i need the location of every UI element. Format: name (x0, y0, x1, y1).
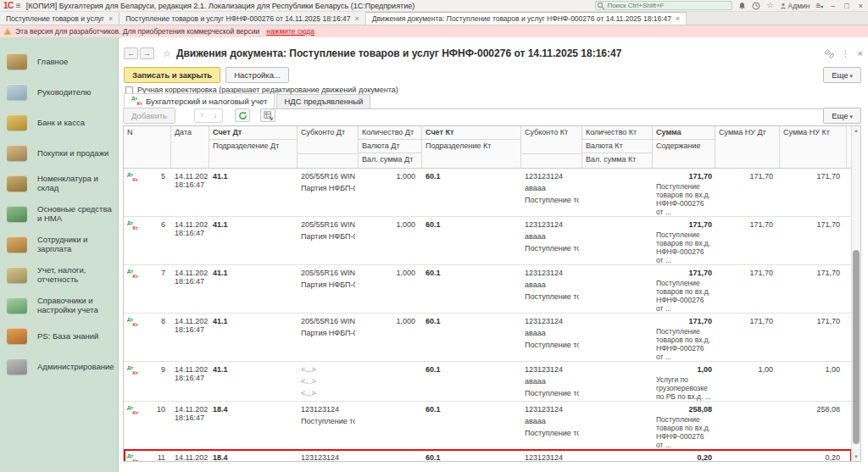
row-number: 8 (161, 317, 165, 361)
restore-button[interactable] (843, 2, 850, 10)
tab-close-icon[interactable]: × (108, 14, 113, 23)
subkonto-line: 123123124 (525, 172, 579, 180)
row-number: 6 (161, 220, 165, 264)
user-name: Админ (788, 2, 810, 10)
hamburger-icon[interactable]: ≡ (16, 1, 21, 10)
subkonto-line: Поступление това... (301, 417, 355, 425)
close-form-button[interactable] (858, 48, 863, 58)
close-window-button[interactable] (857, 2, 865, 10)
subkonto-line: Поступление тов... (525, 292, 579, 301)
window-tab-1[interactable]: Поступление товаров и услуг× (0, 12, 120, 25)
debit-account-cell: 18.4 (209, 450, 298, 461)
header-cell: N (124, 126, 170, 168)
window-tab-3[interactable]: Движения документа: Поступление товаров … (366, 12, 687, 25)
favorite-star-icon[interactable]: ☆ (163, 48, 171, 59)
notifications-bell-icon[interactable] (738, 2, 746, 10)
debit-account-cell: 41.1 (209, 169, 298, 216)
vertical-scrollbar[interactable]: ▲ ▼ (851, 126, 860, 461)
column-header-account-dt[interactable]: Счет ДтПодразделение Дт (209, 126, 298, 168)
amount-nu-dt-cell: 171,70 (715, 265, 780, 313)
window-tab-2[interactable]: Поступление товаров и услуг НФНФ-000276 … (120, 12, 366, 25)
more-menu-icon[interactable] (842, 49, 850, 58)
form-more-button[interactable]: Еще (823, 67, 861, 83)
credit-subkonto-cell: 123123124аваааПоступление тов... (521, 450, 582, 461)
search-icon (597, 2, 605, 10)
sidebar-item-assets[interactable]: Основные средства и НМА (0, 198, 118, 229)
favorites-star-icon[interactable]: ☆ (766, 2, 773, 9)
search-input[interactable] (595, 1, 732, 10)
history-clock-icon[interactable] (752, 2, 760, 10)
subkonto-line: авааа (525, 232, 579, 241)
column-header-qty-kt[interactable]: Количество КтВалюта КтВал. сумма Кт (582, 126, 653, 168)
header-cell: Подразделение Дт (209, 140, 297, 168)
content-text: Услуги по грузоперевозке по РБ по вх.д. … (656, 375, 712, 401)
refresh-button[interactable] (235, 108, 250, 122)
debit-subkonto-cell: <...><...><...> (298, 362, 359, 401)
move-up-button[interactable]: ↑ (195, 109, 209, 122)
scrollbar-thumb[interactable] (853, 250, 860, 444)
header-cell: Подразделение Кт (422, 140, 520, 168)
main-menu-icon[interactable] (815, 1, 823, 10)
add-button[interactable]: Добавить (123, 108, 175, 124)
header-cell: Субконто Кт (521, 126, 581, 154)
column-header-subkonto-kt[interactable]: Субконто Кт (521, 126, 582, 168)
table-row-6[interactable]: ДтКт614.11.20218:16:4741.1205/55R16 WING… (124, 217, 851, 265)
get-link-icon[interactable] (825, 49, 834, 58)
row-number-cell: ДтКт5 (124, 169, 171, 216)
sidebar-item-admin[interactable]: Администрирование (0, 351, 118, 381)
column-header-qty-dt[interactable]: Количество ДтВалюта ДтВал. сумма Дт (359, 126, 422, 168)
user-menu[interactable]: Админ (780, 2, 810, 10)
scroll-down-icon[interactable]: ▼ (852, 453, 860, 461)
debit-qty-cell: 1,000 (359, 265, 422, 313)
save-close-button[interactable]: Записать и закрыть (124, 67, 220, 83)
tab-close-icon[interactable]: × (355, 14, 359, 23)
sidebar-truck-icon (7, 145, 27, 161)
tab-close-icon[interactable]: × (676, 14, 680, 23)
sidebar-item-label: PS: База знаний (37, 331, 98, 341)
sidebar-item-manager[interactable]: Руководителю (0, 76, 118, 107)
subkonto-line: авааа (525, 280, 579, 289)
sidebar-item-references[interactable]: Справочники и настройки учета (0, 290, 118, 320)
sidebar-item-kb[interactable]: PS: База знаний (0, 320, 118, 351)
sidebar-item-nomenclature[interactable]: Номенклатура и склад (0, 168, 118, 198)
debit-qty-cell: 1,000 (359, 314, 422, 361)
table-row-11[interactable]: ДтКт1114.11.20218:16:4718.4123123124Пост… (124, 450, 851, 461)
sidebar-item-label: Учет, налоги, отчетность (37, 265, 114, 284)
credit-account-cell: 60.1 (422, 362, 521, 401)
table-row-8[interactable]: ДтКт814.11.20218:16:4741.1205/55R16 WING… (124, 314, 851, 362)
sidebar-item-accounting[interactable]: Учет, налоги, отчетность (0, 259, 118, 290)
warning-link[interactable]: нажмите сюда (266, 27, 314, 36)
table-row-9[interactable]: ДтКт914.11.20218:16:4741.1<...><...><...… (124, 362, 851, 402)
minimize-button[interactable] (829, 2, 837, 10)
column-header-amount-nu-kt[interactable]: Сумма НУ Кт (780, 126, 847, 168)
back-button[interactable]: ← (124, 47, 138, 59)
window-tab-label: Поступление товаров и услуг (6, 14, 104, 23)
table-more-button[interactable]: Еще (823, 108, 861, 124)
scroll-up-icon[interactable]: ▲ (852, 126, 860, 135)
dtkt-movement-icon: ДтКт (127, 172, 138, 182)
forward-button[interactable]: → (140, 47, 154, 59)
table-row-7[interactable]: ДтКт714.11.20218:16:4741.1205/55R16 WING… (124, 265, 851, 314)
sidebar-item-main[interactable]: Главное (0, 46, 118, 76)
column-header-account-kt[interactable]: Счет КтПодразделение Кт (422, 126, 521, 168)
sidebar-item-purchases[interactable]: Покупки и продажи (0, 137, 118, 168)
debit-account-cell: 41.1 (209, 362, 298, 401)
date-line: 18:16:47 (175, 229, 206, 237)
output-list-button[interactable] (260, 108, 275, 122)
column-header-subkonto-dt[interactable]: Субконто Дт (298, 126, 359, 168)
subkonto-line: 123123124 (301, 405, 355, 414)
table-row-5[interactable]: ДтКт514.11.20218:16:4741.1205/55R16 WING… (124, 169, 851, 217)
column-header-date[interactable]: Дата (171, 126, 209, 168)
move-down-button[interactable]: ↓ (209, 109, 222, 122)
column-header-amount[interactable]: СуммаСодержание (653, 126, 715, 168)
settings-button[interactable]: Настройка... (225, 67, 289, 83)
column-header-n[interactable]: N (124, 126, 171, 168)
amount-nu-kt-cell: 171,70 (780, 169, 847, 216)
row-number: 5 (161, 172, 165, 216)
column-header-amount-nu-dt[interactable]: Сумма НУ Дт (715, 126, 780, 168)
sidebar-item-bank[interactable]: Банк и касса (0, 107, 118, 137)
debit-qty-cell (359, 362, 422, 401)
table-row-10[interactable]: ДтКт1014.11.20218:16:4718.4123123124Пост… (124, 402, 851, 450)
sidebar-item-staff[interactable]: Сотрудники и зарплата (0, 229, 118, 259)
amount-nu-dt-cell: 171,70 (715, 217, 780, 264)
